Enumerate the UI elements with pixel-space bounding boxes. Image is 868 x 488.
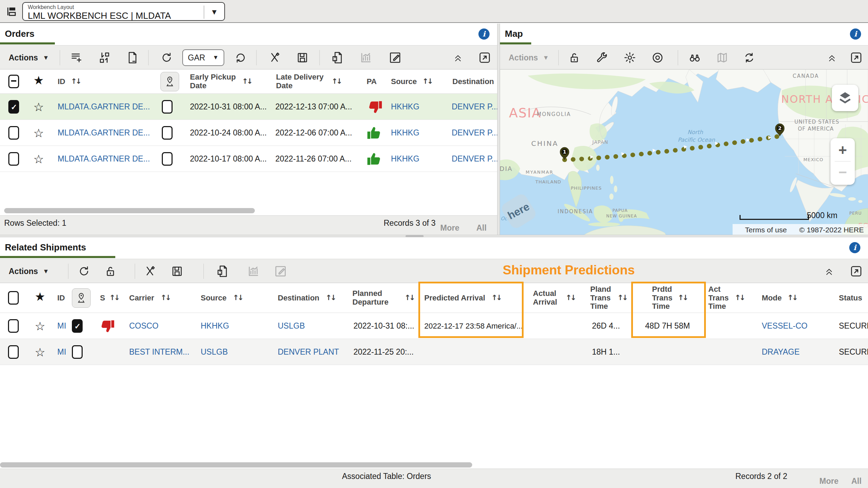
sort-icon[interactable]: ↑↓ <box>233 294 242 302</box>
new-document-button[interactable] <box>126 46 139 70</box>
unlock-button[interactable] <box>104 259 117 283</box>
order-id-link[interactable]: MLDATA.GARTNER DE... <box>58 94 150 120</box>
order-row[interactable]: ☆ MLDATA.GARTNER DE... 2022-10-17 08:00 … <box>0 146 497 172</box>
destination-link[interactable]: DENVER P... <box>452 120 497 146</box>
sync-button[interactable] <box>743 46 756 70</box>
sort-icon[interactable]: ↑↓ <box>71 77 80 86</box>
workbench-layout-select[interactable]: Workbench Layout LML WORKBENCH ESC | MLD… <box>22 2 225 21</box>
refresh-button[interactable] <box>78 259 90 283</box>
source-link[interactable]: HKHKG <box>391 120 419 146</box>
favorite-star-icon[interactable]: ☆ <box>35 319 45 333</box>
col-source[interactable]: Source <box>201 294 227 303</box>
row-flag-checkbox[interactable] <box>162 100 173 114</box>
favorite-star-icon[interactable]: ☆ <box>33 152 44 166</box>
sort-icon[interactable]: ↑↓ <box>735 294 744 302</box>
sort-icon[interactable]: ↑↓ <box>326 294 335 302</box>
col-act-trans-time[interactable]: Act Trans Time <box>708 285 728 311</box>
row-checkbox[interactable] <box>8 345 19 359</box>
info-icon[interactable]: i <box>478 28 490 40</box>
clear-selection-button[interactable] <box>144 259 157 283</box>
zoom-in-button[interactable]: + <box>831 142 855 158</box>
favorite-star-icon[interactable]: ☆ <box>33 100 44 114</box>
chart-button[interactable] <box>360 46 372 70</box>
source-link[interactable]: HKHKG <box>391 94 419 120</box>
favorite-star-icon[interactable]: ★ <box>35 290 45 303</box>
export-excel-button[interactable]: x <box>331 46 343 70</box>
view-button[interactable] <box>687 46 702 70</box>
destination-link[interactable]: DENVER PLANT <box>278 339 339 365</box>
terms-of-use-link[interactable]: Terms of use <box>745 226 787 234</box>
actions-menu-button[interactable]: Actions ▼ <box>9 46 49 70</box>
sort-icon[interactable]: ↑↓ <box>566 294 575 302</box>
info-icon[interactable]: i <box>850 28 861 40</box>
source-link[interactable]: USLGB <box>201 339 228 365</box>
export-excel-button[interactable]: x <box>216 259 228 283</box>
sort-icon[interactable]: ↑↓ <box>787 294 796 302</box>
mode-link[interactable]: VESSEL-CO <box>762 313 808 339</box>
favorite-star-icon[interactable]: ☆ <box>33 126 44 140</box>
row-checkbox[interactable] <box>8 152 19 166</box>
col-id[interactable]: ID <box>57 294 65 303</box>
col-source[interactable]: Source <box>391 77 417 86</box>
chevron-down-icon[interactable]: ▼ <box>210 8 218 17</box>
sort-icon[interactable]: ↑↓ <box>404 294 414 302</box>
s-checkbox[interactable] <box>72 345 83 359</box>
all-button[interactable]: All <box>851 477 861 486</box>
unlock-button[interactable] <box>568 46 581 70</box>
col-pa[interactable]: PA <box>367 77 377 86</box>
col-destination[interactable]: Destination <box>452 77 494 86</box>
info-icon[interactable]: i <box>849 242 860 253</box>
map-pin-column-button[interactable] <box>160 72 179 91</box>
sort-icon[interactable]: ↑↓ <box>617 294 627 302</box>
order-row[interactable]: ☆ MLDATA.GARTNER DE... 2022-10-31 08:00 … <box>0 94 497 120</box>
col-id[interactable]: ID <box>58 77 65 86</box>
favorite-star-icon[interactable]: ★ <box>33 74 44 87</box>
shipment-id-link[interactable]: MI <box>57 339 66 365</box>
add-rows-button[interactable] <box>70 46 83 70</box>
destination-link[interactable]: DENVER P... <box>452 94 497 120</box>
collapse-panel-button[interactable] <box>453 46 463 70</box>
more-button[interactable]: More <box>440 223 459 233</box>
source-link[interactable]: HKHKG <box>391 146 419 172</box>
layers-button[interactable] <box>832 85 858 111</box>
s-checkbox[interactable] <box>72 319 83 333</box>
map-pin-column-button[interactable] <box>72 288 91 308</box>
shipment-id-link[interactable]: MI <box>57 313 66 339</box>
col-actual-arrival[interactable]: Actual Arrival <box>533 289 558 306</box>
related-horizontal-scrollbar[interactable] <box>0 462 868 468</box>
col-status[interactable]: Status <box>839 294 862 303</box>
row-checkbox[interactable] <box>8 100 19 114</box>
orders-horizontal-scrollbar[interactable] <box>0 208 497 213</box>
open-in-window-button[interactable] <box>850 259 862 283</box>
save-button[interactable] <box>171 259 183 283</box>
zoom-out-button[interactable]: − <box>831 164 855 181</box>
order-id-link[interactable]: MLDATA.GARTNER DE... <box>58 146 150 172</box>
saved-query-select[interactable]: GAR ▼ <box>182 46 224 70</box>
reload-button[interactable] <box>234 46 247 70</box>
sort-icon[interactable]: ↑↓ <box>423 77 432 86</box>
row-flag-checkbox[interactable] <box>162 152 173 166</box>
horizontal-splitter[interactable] <box>0 235 868 237</box>
select-all-checkbox[interactable] <box>8 75 19 88</box>
clear-selection-button[interactable] <box>269 46 282 70</box>
open-in-window-button[interactable] <box>850 46 862 70</box>
destination-link[interactable]: USLGB <box>278 313 305 339</box>
focus-button[interactable] <box>651 46 664 70</box>
map-canvas[interactable]: 12 ASIAMONGOLIACHINAINDIAMYANMARTHAILAND… <box>500 69 868 235</box>
col-pland-trans-time[interactable]: Pland Trans Time <box>590 285 610 311</box>
refresh-button[interactable] <box>160 46 173 70</box>
col-late-delivery[interactable]: Late Delivery Date <box>276 73 332 90</box>
basemap-button[interactable] <box>716 46 728 70</box>
row-checkbox[interactable] <box>8 126 19 140</box>
mode-link[interactable]: DRAYAGE <box>762 339 800 365</box>
destination-link[interactable]: DENVER P... <box>452 146 497 172</box>
more-button[interactable]: More <box>819 477 838 486</box>
reorder-button[interactable] <box>98 46 111 70</box>
sort-icon[interactable]: ↑↓ <box>109 294 119 302</box>
col-s[interactable]: S <box>100 294 105 303</box>
layout-list-icon[interactable] <box>6 6 18 17</box>
edit-button[interactable] <box>274 259 287 283</box>
edit-button[interactable] <box>389 46 401 70</box>
sort-icon[interactable]: ↑↓ <box>160 294 170 302</box>
actions-menu-button[interactable]: Actions ▼ <box>509 46 549 70</box>
